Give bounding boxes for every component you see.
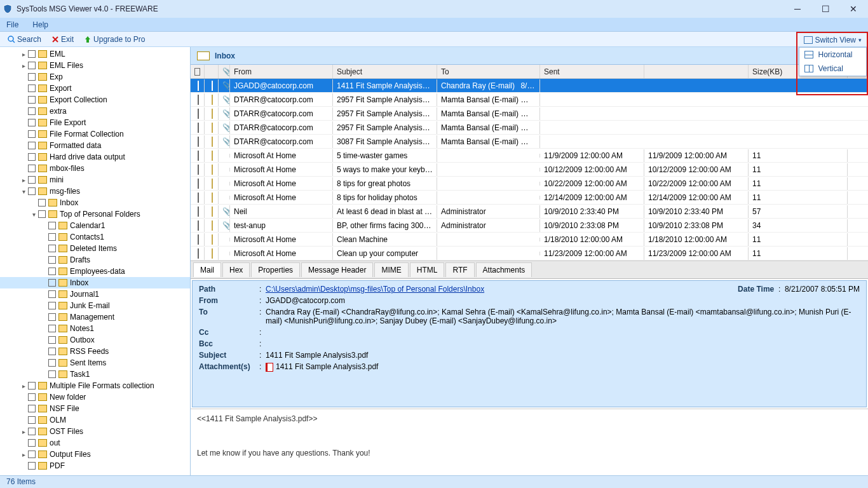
tab-mail[interactable]: Mail <box>193 262 221 277</box>
mail-preview: <<1411 Fit Sample Analysis3.pdf>> Let me… <box>191 409 868 475</box>
mail-row[interactable]: 📎DTARR@catocorp.com2957 Fit Sample Analy… <box>191 93 868 107</box>
mail-row[interactable]: 📎DTARR@catocorp.com2957 Fit Sample Analy… <box>191 107 868 121</box>
status-bar: 76 Items <box>0 475 868 488</box>
tree-item[interactable]: NSF File <box>0 403 190 414</box>
tab-properties[interactable]: Properties <box>251 262 300 277</box>
tree-item[interactable]: RSS Feeds <box>0 346 190 357</box>
close-button[interactable]: ✕ <box>845 4 862 14</box>
col-to[interactable]: To <box>437 65 540 78</box>
tree-item[interactable]: File Format Collection <box>0 128 190 140</box>
col-subject[interactable]: Subject <box>333 65 437 78</box>
detail-tabs: MailHexPropertiesMessage HeaderMIMEHTMLR… <box>191 261 868 279</box>
tree-item[interactable]: ▾msg-files <box>0 186 190 197</box>
minimize-button[interactable]: ─ <box>789 4 806 14</box>
switch-vertical[interactable]: Vertical <box>799 62 866 76</box>
mail-row[interactable]: 📎NeilAt least 6 dead in blast at Ch...Ad… <box>191 205 868 219</box>
switch-view-button[interactable]: Switch View ▾ <box>799 33 867 47</box>
tree-item[interactable]: mbox-files <box>0 163 190 174</box>
mail-row[interactable]: 📎DTARR@catocorp.com2957 Fit Sample Analy… <box>191 121 868 135</box>
tree-item[interactable]: Journal1 <box>0 288 190 300</box>
mail-row[interactable]: 📎DTARR@catocorp.com3087 Fit Sample Analy… <box>191 135 868 149</box>
tree-item[interactable]: Hard drive data output <box>0 151 190 163</box>
tree-item[interactable]: Deleted Items <box>0 243 190 254</box>
chevron-down-icon: ▾ <box>858 37 862 43</box>
col-attachment[interactable]: 📎 <box>219 65 230 78</box>
attachment-link[interactable]: 1411 Fit Sample Analysis3.pdf <box>266 362 860 372</box>
menu-file[interactable]: File <box>6 20 18 29</box>
menu-help[interactable]: Help <box>32 20 48 29</box>
tree-item[interactable]: Contacts1 <box>0 231 190 243</box>
tree-item[interactable]: Junk E-mail <box>0 300 190 311</box>
tab-message-header[interactable]: Message Header <box>301 262 373 277</box>
col-checkbox[interactable] <box>191 65 205 78</box>
maximize-button[interactable]: ☐ <box>817 4 834 14</box>
search-icon <box>8 36 15 43</box>
tree-item[interactable]: Employees-data <box>0 266 190 277</box>
tree-item[interactable]: ▸EML Files <box>0 60 190 71</box>
toolbar: Search Exit Upgrade to Pro <box>0 32 868 47</box>
mail-row[interactable]: Microsoft At Home5 ways to make your key… <box>191 163 868 177</box>
tree-item[interactable]: Formatted data <box>0 140 190 151</box>
title-bar: SysTools MSG Viewer v4.0 - FREEWARE ─ ☐ … <box>0 0 868 18</box>
tree-item[interactable]: OLM <box>0 414 190 426</box>
tree-item[interactable]: Task1 <box>0 369 190 380</box>
col-received[interactable] <box>644 65 749 78</box>
inbox-title: Inbox <box>215 51 235 60</box>
pdf-icon <box>266 363 273 372</box>
tree-item[interactable]: File Export <box>0 117 190 128</box>
tree-item[interactable]: ▸mini <box>0 174 190 186</box>
tab-rtf[interactable]: RTF <box>445 262 474 277</box>
mail-grid[interactable]: 📎JGADD@catocorp.com1411 Fit Sample Analy… <box>191 79 868 261</box>
tab-html[interactable]: HTML <box>410 262 445 277</box>
horizontal-icon <box>804 51 813 58</box>
tab-hex[interactable]: Hex <box>222 262 250 277</box>
upgrade-label: Upgrade to Pro <box>93 35 145 44</box>
menu-bar: File Help <box>0 18 868 32</box>
col-from[interactable]: From <box>230 65 333 78</box>
mail-row[interactable]: Microsoft At HomeClean up your computer1… <box>191 247 868 261</box>
switch-horizontal[interactable]: Horizontal <box>799 48 866 62</box>
mail-row[interactable]: 📎test-anupBP, other firms facing 300 la.… <box>191 219 868 233</box>
mail-row[interactable]: Microsoft At HomeClean Machine1/18/2010 … <box>191 233 868 247</box>
svg-point-0 <box>8 36 13 41</box>
mailbox-icon <box>197 51 210 60</box>
mail-row[interactable]: Microsoft At Home8 tips for holiday phot… <box>191 191 868 205</box>
tree-item[interactable]: Inbox <box>0 197 190 208</box>
tree-item[interactable]: Export Collection <box>0 94 190 105</box>
path-value[interactable]: C:\Users\admin\Desktop\msg-files\Top of … <box>266 285 738 294</box>
tree-item[interactable]: ▾Top of Personal Folders <box>0 208 190 220</box>
tree-item[interactable]: Notes1 <box>0 323 190 334</box>
tree-item[interactable]: Drafts <box>0 254 190 266</box>
search-button[interactable]: Search <box>4 35 45 44</box>
tree-item[interactable]: Management <box>0 311 190 323</box>
tree-item[interactable]: ▸Multiple File Formats collection <box>0 380 190 391</box>
tree-item[interactable]: Exp <box>0 71 190 83</box>
col-sent[interactable]: Sent <box>540 65 644 78</box>
tree-item[interactable]: ▸OST Files <box>0 426 190 437</box>
tree-item[interactable]: New folder <box>0 391 190 403</box>
upgrade-button[interactable]: Upgrade to Pro <box>80 35 149 44</box>
tree-item[interactable]: Calendar1 <box>0 220 190 231</box>
switch-view-icon <box>804 36 813 44</box>
content-header: Inbox <box>191 47 868 65</box>
mail-row[interactable]: 📎JGADD@catocorp.com1411 Fit Sample Analy… <box>191 79 868 93</box>
arrow-up-icon <box>84 36 92 43</box>
exit-button[interactable]: Exit <box>48 35 78 44</box>
tree-item[interactable]: Outbox <box>0 334 190 346</box>
tab-attachments[interactable]: Attachments <box>476 262 532 277</box>
tab-mime[interactable]: MIME <box>374 262 408 277</box>
col-envelope[interactable] <box>205 65 219 78</box>
tree-item[interactable]: Sent Items <box>0 357 190 369</box>
mail-row[interactable]: Microsoft At Home8 tips for great photos… <box>191 177 868 191</box>
tree-item[interactable]: Export <box>0 83 190 94</box>
mail-details: Path:C:\Users\admin\Desktop\msg-files\To… <box>192 280 867 407</box>
tree-item[interactable]: Inbox <box>0 277 190 288</box>
tree-item[interactable]: ▸Output Files <box>0 449 190 460</box>
switch-view-label: Switch View <box>815 36 856 44</box>
tree-item[interactable]: PDF <box>0 460 190 471</box>
tree-item[interactable]: ▸EML <box>0 48 190 60</box>
mail-row[interactable]: Microsoft At Home5 time-waster games11/9… <box>191 149 868 163</box>
tree-item[interactable]: out <box>0 437 190 449</box>
folder-tree[interactable]: ▸EML▸EML FilesExpExportExport Collection… <box>0 47 191 475</box>
tree-item[interactable]: extra <box>0 105 190 117</box>
